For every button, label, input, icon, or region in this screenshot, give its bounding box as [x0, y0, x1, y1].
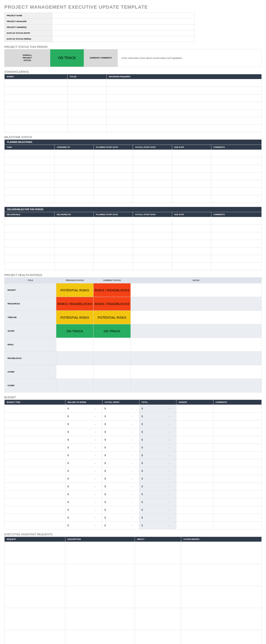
budget-total[interactable]: $-: [140, 459, 176, 467]
budget-amount[interactable]: $-: [65, 420, 102, 428]
cell[interactable]: [211, 188, 262, 195]
budget-amount[interactable]: $-: [102, 436, 140, 444]
cell[interactable]: [107, 102, 262, 110]
cell[interactable]: [54, 225, 94, 232]
cell[interactable]: [94, 225, 133, 232]
cell[interactable]: [4, 87, 68, 94]
budget-amount[interactable]: $-: [65, 428, 102, 436]
request-cell[interactable]: [4, 564, 65, 586]
budget-comments[interactable]: [214, 428, 262, 436]
budget-total[interactable]: $-: [140, 514, 176, 522]
cell[interactable]: [4, 262, 54, 270]
cell[interactable]: [133, 232, 172, 240]
budget-amount[interactable]: $-: [65, 475, 102, 483]
health-curr[interactable]: [94, 365, 131, 379]
budget-vendor[interactable]: [176, 436, 214, 444]
cell[interactable]: [4, 165, 54, 172]
cell[interactable]: [54, 240, 94, 248]
budget-vendor[interactable]: [176, 467, 214, 475]
info-value[interactable]: [52, 36, 195, 42]
cell[interactable]: [54, 248, 94, 255]
health-notes[interactable]: [131, 338, 262, 352]
cell[interactable]: [4, 195, 54, 203]
health-prev[interactable]: ON TRACK: [56, 324, 94, 338]
request-cell[interactable]: [181, 542, 262, 564]
cell[interactable]: [94, 165, 133, 172]
budget-amount[interactable]: $-: [65, 498, 102, 506]
request-cell[interactable]: [135, 586, 181, 608]
cell[interactable]: [4, 125, 68, 132]
cell[interactable]: [172, 180, 211, 188]
budget-comments[interactable]: [214, 498, 262, 506]
budget-item[interactable]: [4, 483, 65, 490]
budget-item[interactable]: [4, 490, 65, 498]
cell[interactable]: [68, 117, 107, 125]
budget-comments[interactable]: [214, 444, 262, 452]
request-cell[interactable]: [135, 542, 181, 564]
budget-comments[interactable]: [214, 436, 262, 444]
budget-amount[interactable]: $-: [102, 412, 140, 420]
budget-vendor[interactable]: [176, 444, 214, 452]
cell[interactable]: [133, 255, 172, 262]
budget-comments[interactable]: [214, 475, 262, 483]
health-curr[interactable]: [94, 379, 131, 392]
info-value[interactable]: [52, 24, 195, 30]
cell[interactable]: [94, 255, 133, 262]
budget-total[interactable]: $-: [140, 428, 176, 436]
budget-amount[interactable]: $-: [65, 405, 102, 412]
budget-vendor[interactable]: [176, 412, 214, 420]
budget-amount[interactable]: $-: [102, 522, 140, 530]
cell[interactable]: [94, 157, 133, 165]
summary-comments-hint[interactable]: Enter information here about overall sta…: [118, 49, 262, 67]
cell[interactable]: [94, 240, 133, 248]
cell[interactable]: [133, 150, 172, 157]
cell[interactable]: [107, 87, 262, 94]
budget-amount[interactable]: $-: [102, 467, 140, 475]
cell[interactable]: [94, 232, 133, 240]
cell[interactable]: [133, 240, 172, 248]
cell[interactable]: [4, 248, 54, 255]
cell[interactable]: [94, 262, 133, 270]
cell[interactable]: [54, 157, 94, 165]
health-curr[interactable]: [94, 352, 131, 365]
cell[interactable]: [54, 232, 94, 240]
cell[interactable]: [172, 232, 211, 240]
health-notes[interactable]: [131, 352, 262, 365]
cell[interactable]: [211, 150, 262, 157]
budget-comments[interactable]: [214, 467, 262, 475]
cell[interactable]: [133, 157, 172, 165]
cell[interactable]: [4, 172, 54, 180]
request-cell[interactable]: [4, 586, 65, 608]
request-cell[interactable]: [4, 608, 65, 630]
cell[interactable]: [54, 217, 94, 225]
health-notes[interactable]: [131, 324, 262, 338]
cell[interactable]: [4, 110, 68, 117]
budget-total[interactable]: $-: [140, 475, 176, 483]
cell[interactable]: [172, 225, 211, 232]
request-cell[interactable]: [181, 608, 262, 630]
budget-amount[interactable]: $-: [102, 514, 140, 522]
budget-amount[interactable]: $-: [65, 452, 102, 459]
cell[interactable]: [107, 79, 262, 87]
cell[interactable]: [94, 188, 133, 195]
health-notes[interactable]: [131, 283, 262, 297]
health-prev[interactable]: [56, 379, 94, 392]
cell[interactable]: [54, 150, 94, 157]
cell[interactable]: [54, 172, 94, 180]
cell[interactable]: [211, 172, 262, 180]
budget-total[interactable]: $-: [140, 436, 176, 444]
budget-total[interactable]: $-: [140, 412, 176, 420]
health-prev[interactable]: POTENTIAL RISKS: [56, 311, 94, 324]
budget-total[interactable]: $-: [140, 405, 176, 412]
cell[interactable]: [4, 102, 68, 110]
budget-vendor[interactable]: [176, 506, 214, 514]
budget-total[interactable]: $-: [140, 467, 176, 475]
cell[interactable]: [211, 232, 262, 240]
cell[interactable]: [4, 79, 68, 87]
cell[interactable]: [4, 94, 68, 102]
budget-amount[interactable]: $-: [102, 428, 140, 436]
cell[interactable]: [68, 110, 107, 117]
health-curr[interactable]: [94, 338, 131, 352]
budget-amount[interactable]: $-: [102, 420, 140, 428]
cell[interactable]: [4, 150, 54, 157]
